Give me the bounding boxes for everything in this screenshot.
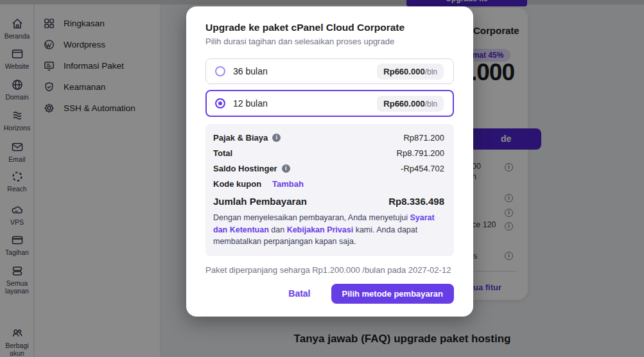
price-amount: Rp660.000: [383, 67, 424, 76]
summary-row-jumlah-pembayaran: Jumlah Pembayaran Rp8.336.498: [213, 196, 444, 207]
summary-value: Rp871.200: [403, 133, 444, 143]
price-unit: /bln: [425, 100, 437, 109]
billing-option-12-bulan[interactable]: 12 bulan Rp660.000/bln: [205, 90, 454, 117]
price-unit: /bln: [425, 67, 437, 76]
summary-value: -Rp454.702: [401, 164, 444, 173]
summary-row-pajak: Pajak & Biayai Rp871.200: [213, 133, 444, 143]
renewal-note: Paket diperpanjang seharga Rp1.200.000 /…: [205, 265, 454, 275]
modal-footer: Batal Pilih metode pembayaran: [205, 284, 454, 304]
add-coupon-link[interactable]: Tambah: [272, 179, 304, 189]
summary-label: Saldo Hostinger: [213, 164, 277, 173]
payment-summary: Pajak & Biayai Rp871.200 Total Rp8.791.2…: [205, 124, 454, 256]
hostinger-hpanel: Beranda Website Domain Horizons Email Re…: [0, 0, 644, 357]
info-icon[interactable]: i: [272, 134, 281, 142]
total-value: Rp8.336.498: [388, 196, 444, 207]
summary-row-saldo: Saldo Hostingeri -Rp454.702: [213, 164, 444, 173]
summary-label: Pajak & Biaya: [213, 133, 268, 143]
price-amount: Rp660.000: [383, 99, 424, 109]
summary-value: Rp8.791.200: [397, 148, 444, 158]
modal-subtitle: Pilih durasi tagihan dan selesaikan pros…: [205, 37, 454, 46]
privacy-link[interactable]: Kebijakan Privasi: [287, 225, 354, 234]
radio-unselected-icon[interactable]: [215, 66, 225, 76]
summary-row-kupon: Kode kuponTambah: [213, 179, 444, 189]
cancel-button[interactable]: Batal: [288, 288, 310, 299]
total-label: Jumlah Pembayaran: [213, 196, 307, 207]
price-pill: Rp660.000/bln: [377, 64, 444, 80]
terms-disclaimer: Dengan menyelesaikan pembayaran, Anda me…: [213, 212, 444, 248]
disclaimer-text: dan: [269, 225, 287, 234]
billing-option-label: 36 bulan: [233, 66, 268, 76]
modal-title: Upgrade ke paket cPanel Cloud Corporate: [205, 22, 454, 33]
info-icon[interactable]: i: [282, 164, 290, 173]
summary-label: Kode kupon: [213, 179, 261, 189]
summary-row-total: Total Rp8.791.200: [213, 148, 444, 158]
radio-selected-icon[interactable]: [215, 98, 225, 109]
billing-option-label: 12 bulan: [233, 98, 268, 109]
summary-label: Total: [213, 148, 232, 158]
price-pill: Rp660.000/bln: [377, 96, 444, 112]
disclaimer-text: Dengan menyelesaikan pembayaran, Anda me…: [213, 213, 410, 222]
billing-option-36-bulan[interactable]: 36 bulan Rp660.000/bln: [205, 58, 454, 84]
upgrade-modal: Upgrade ke paket cPanel Cloud Corporate …: [186, 6, 473, 317]
choose-payment-method-button[interactable]: Pilih metode pembayaran: [331, 284, 455, 304]
